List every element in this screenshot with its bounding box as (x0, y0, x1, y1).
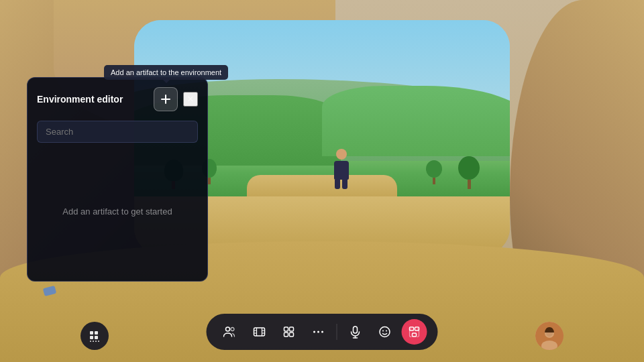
tooltip: Add an artifact to the environment (104, 65, 228, 80)
emoji-button[interactable] (372, 319, 398, 345)
toolbar-separator (337, 324, 337, 340)
svg-rect-4 (90, 341, 91, 342)
tree-3 (458, 156, 480, 189)
emoji-icon (378, 325, 392, 339)
grid-icon (89, 330, 101, 342)
media-button[interactable] (247, 319, 272, 345)
svg-point-27 (380, 327, 390, 337)
svg-rect-0 (90, 331, 93, 335)
svg-rect-32 (413, 333, 417, 337)
search-container (37, 121, 198, 143)
svg-rect-24 (354, 326, 358, 333)
svg-rect-7 (98, 341, 99, 342)
editor-header: Environment editor × (37, 87, 198, 111)
svg-point-9 (231, 328, 234, 331)
grid-button[interactable] (80, 322, 109, 350)
people-button[interactable] (217, 319, 243, 345)
svg-point-21 (313, 331, 315, 333)
svg-rect-19 (284, 333, 288, 337)
svg-rect-17 (284, 327, 288, 331)
svg-rect-20 (290, 333, 294, 337)
svg-point-28 (382, 330, 384, 332)
mic-icon (349, 325, 362, 339)
svg-rect-10 (254, 328, 265, 336)
avatar-icon (535, 322, 564, 350)
mic-button[interactable] (343, 319, 368, 345)
svg-rect-2 (90, 336, 93, 339)
svg-point-8 (226, 327, 230, 331)
content-icon (282, 325, 296, 339)
search-input[interactable] (37, 121, 198, 143)
film-icon (253, 325, 266, 339)
share-icon (408, 325, 421, 339)
environment-editor-panel: Environment editor × Add an artifact to … (27, 77, 208, 282)
svg-point-23 (321, 331, 323, 333)
hills-right (322, 86, 510, 156)
share-button[interactable] (402, 319, 427, 345)
svg-point-22 (317, 331, 319, 333)
svg-rect-3 (95, 336, 98, 339)
svg-rect-1 (95, 331, 98, 335)
scene-person (329, 149, 353, 189)
user-avatar[interactable] (535, 322, 564, 350)
editor-header-actions: × (154, 87, 198, 111)
svg-rect-18 (290, 327, 294, 331)
plus-icon (160, 94, 171, 105)
empty-state: Add an artifact to get started (37, 151, 198, 272)
content-button[interactable] (276, 319, 302, 345)
add-artifact-button[interactable] (154, 87, 178, 111)
bottom-toolbar (207, 314, 438, 350)
svg-rect-5 (93, 341, 94, 342)
editor-title: Environment editor (37, 94, 123, 105)
svg-point-29 (386, 330, 387, 332)
more-button[interactable] (306, 319, 331, 345)
tree-4 (426, 160, 442, 184)
close-button[interactable]: × (183, 92, 198, 107)
more-icon (312, 325, 325, 339)
people-icon (223, 325, 237, 339)
svg-rect-6 (95, 341, 97, 342)
